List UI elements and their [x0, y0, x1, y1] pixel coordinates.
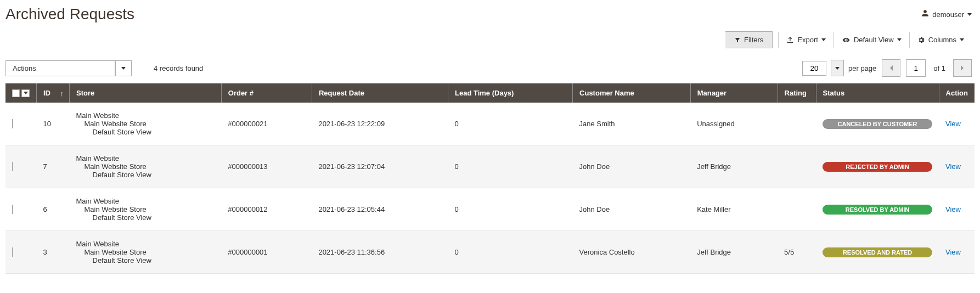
- col-order[interactable]: Order #: [221, 83, 312, 103]
- cell-order: #000000012: [221, 188, 312, 231]
- data-grid: ID ↑ Store Order # Request Date Lead Tim…: [5, 83, 975, 274]
- actions-dropdown[interactable]: Actions: [5, 60, 132, 76]
- chevron-down-icon: [121, 67, 126, 70]
- col-store[interactable]: Store: [70, 83, 222, 103]
- sort-asc-icon: ↑: [60, 89, 64, 97]
- cell-id: 7: [37, 145, 70, 188]
- col-checkbox[interactable]: [5, 83, 37, 103]
- user-name: demouser: [932, 10, 964, 19]
- cell-rating: [778, 145, 816, 188]
- status-badge: REJECTED BY ADMIN: [823, 162, 932, 172]
- per-page-toggle[interactable]: [831, 60, 844, 76]
- table-row: 7 Main Website Main Website Store Defaul…: [5, 145, 975, 188]
- row-checkbox[interactable]: [12, 162, 13, 171]
- cell-request-date: 2021-06-23 12:22:09: [312, 103, 448, 145]
- pager-current[interactable]: [906, 59, 926, 77]
- cell-customer: John Doe: [573, 145, 691, 188]
- records-found: 4 records found: [154, 64, 203, 72]
- table-row: 6 Main Website Main Website Store Defaul…: [5, 188, 975, 231]
- export-label: Export: [797, 36, 818, 44]
- chevron-down-icon: [897, 38, 902, 41]
- view-link[interactable]: View: [945, 205, 961, 213]
- cell-store: Main Website Main Website Store Default …: [70, 103, 222, 145]
- pager-prev[interactable]: [882, 59, 900, 77]
- status-badge: CANCELED BY CUSTOMER: [823, 119, 932, 129]
- cell-status: REJECTED BY ADMIN: [816, 145, 939, 188]
- status-badge: RESOLVED BY ADMIN: [823, 205, 932, 215]
- default-view-label: Default View: [854, 36, 894, 44]
- svg-point-0: [846, 39, 847, 40]
- cell-customer: Veronica Costello: [573, 231, 691, 274]
- cell-store: Main Website Main Website Store Default …: [70, 145, 222, 188]
- cell-order: #000000001: [221, 231, 312, 274]
- view-link[interactable]: View: [945, 162, 961, 171]
- columns-label: Columns: [928, 36, 956, 44]
- columns-button[interactable]: Columns: [909, 32, 972, 48]
- row-checkbox[interactable]: [12, 247, 13, 257]
- col-id[interactable]: ID ↑: [37, 83, 70, 103]
- chevron-down-icon: [24, 92, 28, 94]
- cell-customer: John Doe: [573, 188, 691, 231]
- table-row: 10 Main Website Main Website Store Defau…: [5, 103, 975, 145]
- cell-status: CANCELED BY CUSTOMER: [816, 103, 939, 145]
- user-menu[interactable]: demouser: [921, 9, 972, 19]
- col-rating[interactable]: Rating: [778, 83, 816, 103]
- cell-order: #000000013: [221, 145, 312, 188]
- row-checkbox[interactable]: [12, 205, 13, 214]
- pager-next[interactable]: [953, 59, 972, 77]
- row-checkbox[interactable]: [12, 119, 13, 128]
- cell-id: 6: [37, 188, 70, 231]
- page-title: Archived Requests: [5, 5, 134, 23]
- admin-toolbar: Filters Export Default View Columns: [0, 31, 980, 59]
- cell-lead-time: 0: [448, 231, 573, 274]
- select-all-dropdown[interactable]: [21, 89, 30, 97]
- cell-rating: [778, 103, 816, 145]
- cell-id: 10: [37, 103, 70, 145]
- eye-icon: [842, 36, 851, 44]
- gear-icon: [917, 36, 925, 44]
- col-action[interactable]: Action: [939, 83, 975, 103]
- cell-store: Main Website Main Website Store Default …: [70, 231, 222, 274]
- export-button[interactable]: Export: [778, 32, 833, 48]
- cell-lead-time: 0: [448, 103, 573, 145]
- cell-id: 3: [37, 231, 70, 274]
- col-customer-name[interactable]: Customer Name: [573, 83, 691, 103]
- cell-lead-time: 0: [448, 145, 573, 188]
- per-page-input[interactable]: [802, 61, 826, 76]
- cell-request-date: 2021-06-23 12:07:04: [312, 145, 448, 188]
- cell-manager: Jeff Bridge: [690, 231, 778, 274]
- chevron-down-icon: [967, 13, 972, 16]
- col-manager[interactable]: Manager: [690, 83, 778, 103]
- cell-request-date: 2021-06-23 12:05:44: [312, 188, 448, 231]
- status-badge: RESOLVED AND RATED: [823, 247, 932, 257]
- cell-manager: Kate Miller: [690, 188, 778, 231]
- filters-button[interactable]: Filters: [725, 31, 773, 48]
- cell-status: RESOLVED BY ADMIN: [816, 188, 939, 231]
- chevron-down-icon: [821, 38, 826, 41]
- view-link[interactable]: View: [945, 248, 961, 256]
- chevron-down-icon: [960, 38, 964, 41]
- view-link[interactable]: View: [945, 120, 961, 128]
- pager-total: of 1: [931, 64, 948, 72]
- actions-toggle[interactable]: [115, 60, 132, 76]
- cell-rating: 5/5: [778, 231, 816, 274]
- col-status[interactable]: Status: [816, 83, 939, 103]
- select-all-checkbox[interactable]: [12, 89, 20, 97]
- cell-lead-time: 0: [448, 188, 573, 231]
- cell-rating: [778, 188, 816, 231]
- cell-request-date: 2021-06-23 11:36:56: [312, 231, 448, 274]
- cell-customer: Jane Smith: [573, 103, 691, 145]
- cell-manager: Jeff Bridge: [690, 145, 778, 188]
- user-icon: [921, 9, 929, 19]
- actions-label: Actions: [5, 60, 115, 76]
- export-icon: [786, 36, 794, 44]
- table-row: 3 Main Website Main Website Store Defaul…: [5, 231, 975, 274]
- filter-icon: [734, 37, 741, 43]
- default-view-button[interactable]: Default View: [833, 32, 909, 48]
- chevron-down-icon: [835, 67, 840, 70]
- col-lead-time[interactable]: Lead Time (Days): [448, 83, 573, 103]
- col-request-date[interactable]: Request Date: [312, 83, 448, 103]
- cell-manager: Unassigned: [690, 103, 778, 145]
- cell-store: Main Website Main Website Store Default …: [70, 188, 222, 231]
- cell-order: #000000021: [221, 103, 312, 145]
